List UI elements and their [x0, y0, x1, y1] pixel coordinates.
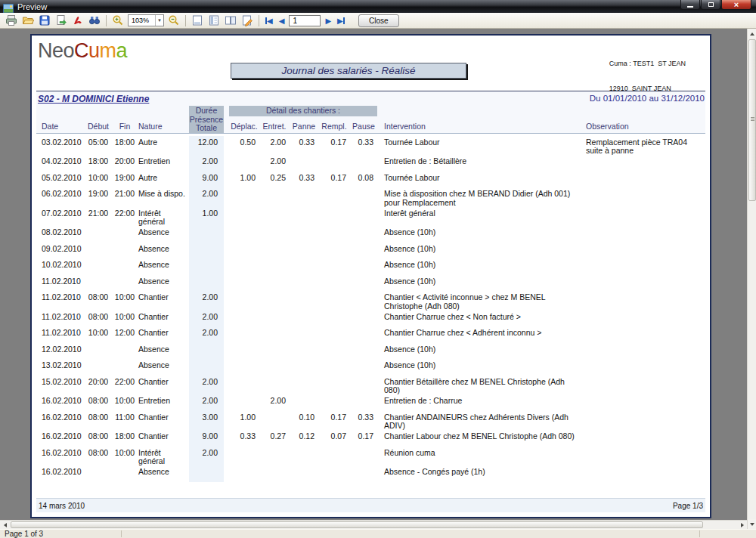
cell-entret [259, 411, 290, 431]
status-bar: Page 1 of 3 [0, 529, 756, 538]
cell-spacer [224, 259, 229, 276]
cell-pause [350, 188, 377, 208]
find-button[interactable] [86, 14, 103, 28]
report-page: NeoCuma Cuma : TEST1 ST JEAN 12910 SAINT… [30, 34, 711, 518]
zoom-out-button[interactable] [166, 14, 182, 28]
cell-entret: 2.00 [259, 136, 290, 156]
cell-intervention: Absence (10h) [377, 243, 582, 259]
cell-intervention: Absence (10h) [377, 259, 582, 276]
close-window-button[interactable]: × [721, 0, 751, 10]
cell-intervention: Chantier Bétaillère chez M BENEL Christo… [377, 376, 582, 395]
cell-fin: 22:00 [113, 207, 136, 227]
cell-rempl: 0.17 [318, 172, 350, 188]
view-page-width-button[interactable] [206, 14, 222, 28]
cell-panne [290, 188, 318, 208]
cell-observation [582, 431, 705, 447]
export-button[interactable] [53, 14, 70, 28]
cell-pause [350, 466, 377, 483]
minimize-button[interactable] [680, 0, 700, 10]
print-button[interactable] [3, 14, 20, 28]
cell-deplac [229, 311, 259, 327]
save-button[interactable] [36, 14, 53, 28]
scroll-down-button[interactable] [748, 519, 756, 529]
horizontal-scrollbar[interactable] [0, 520, 747, 529]
cell-panne [290, 395, 318, 412]
table-row: 16.02.201008:0011:00Chantier3.001.000.10… [36, 411, 705, 431]
cell-deplac: 0.50 [229, 136, 259, 156]
cell-spacer [224, 243, 229, 259]
cell-observation [582, 447, 705, 466]
cell-debut: 21:00 [83, 207, 113, 227]
cell-debut: 19:00 [83, 188, 113, 208]
app-icon [3, 2, 14, 11]
cell-spacer [224, 431, 229, 447]
arrow-right-icon [741, 523, 744, 527]
first-page-button[interactable]: ◀ [262, 14, 276, 27]
cell-entret: 2.00 [259, 156, 290, 172]
print-icon [5, 14, 17, 26]
page-number-input[interactable] [289, 15, 321, 26]
previous-page-button[interactable]: ◀ [276, 14, 288, 27]
cell-fin: 10:00 [113, 292, 136, 311]
horizontal-scroll-thumb[interactable] [11, 521, 703, 528]
page-setup-button[interactable] [239, 14, 256, 28]
last-page-button[interactable]: ▶ [334, 14, 348, 27]
cell-spacer [224, 311, 229, 327]
cell-pause: 0.33 [350, 411, 377, 431]
vertical-scrollbar[interactable] [747, 29, 756, 529]
cell-rempl [318, 311, 350, 327]
cell-observation [582, 207, 705, 227]
cell-rempl [318, 447, 350, 466]
cell-entret [259, 227, 290, 243]
cell-deplac [229, 259, 259, 276]
next-page-button[interactable]: ▶ [322, 14, 334, 27]
cell-spacer [224, 466, 229, 483]
cell-observation [582, 360, 705, 376]
open-button[interactable] [20, 14, 36, 28]
cell-date: 11.02.2010 [36, 311, 83, 327]
chevron-down-icon[interactable]: ▾ [155, 15, 163, 26]
cell-date: 05.02.2010 [36, 172, 83, 188]
vertical-scroll-thumb[interactable] [748, 39, 756, 201]
view-facing-pages-button[interactable] [222, 14, 239, 28]
cell-deplac [229, 376, 259, 395]
cell-rempl [318, 292, 350, 311]
cell-date: 09.02.2010 [36, 243, 83, 259]
cell-deplac: 1.00 [229, 411, 259, 431]
cell-rempl [318, 343, 350, 360]
table-row: 03.02.201005:0018:00Autre12.000.502.000.… [36, 136, 705, 156]
table-row: 04.02.201018:0020:00Entretien2.002.00Ent… [36, 156, 705, 172]
pdf-button[interactable] [70, 14, 86, 28]
cell-observation [582, 188, 705, 208]
section-header: S02 - M DOMINICI Etienne Du 01/01/2010 a… [36, 91, 705, 106]
restore-button[interactable] [701, 0, 720, 10]
cell-duree [189, 227, 224, 243]
cell-intervention: Chantier Labour chez M BENEL Christophe … [377, 431, 582, 447]
cell-duree [189, 360, 224, 376]
scroll-up-button[interactable] [748, 29, 756, 39]
cell-spacer [224, 411, 229, 431]
cell-entret: 2.00 [259, 395, 290, 412]
cell-fin: 21:00 [113, 188, 136, 208]
cell-nature: Absence [136, 360, 189, 376]
zoom-select[interactable]: 103% ▾ [128, 14, 164, 26]
table-row: 12.02.2010AbsenceAbsence (10h) [36, 343, 705, 360]
cell-entret [259, 447, 290, 466]
detail-chantiers-band: Détail des chantiers : [229, 106, 377, 116]
cell-debut [83, 243, 113, 259]
zoom-out-icon [168, 14, 180, 26]
cell-panne [290, 292, 318, 311]
cell-duree: 2.00 [189, 327, 224, 344]
open-folder-icon [22, 14, 34, 26]
cell-deplac [229, 207, 259, 227]
cell-intervention: Absence (10h) [377, 227, 582, 243]
cell-rempl [318, 466, 350, 483]
close-preview-button[interactable]: Close [358, 14, 399, 27]
cell-intervention: Absence (10h) [377, 275, 582, 292]
cell-pause [350, 243, 377, 259]
zoom-in-button[interactable] [110, 14, 126, 28]
binoculars-icon [88, 14, 101, 26]
cell-debut [83, 227, 113, 243]
footer-date: 14 mars 2010 [39, 502, 85, 510]
view-whole-page-button[interactable] [189, 14, 206, 28]
